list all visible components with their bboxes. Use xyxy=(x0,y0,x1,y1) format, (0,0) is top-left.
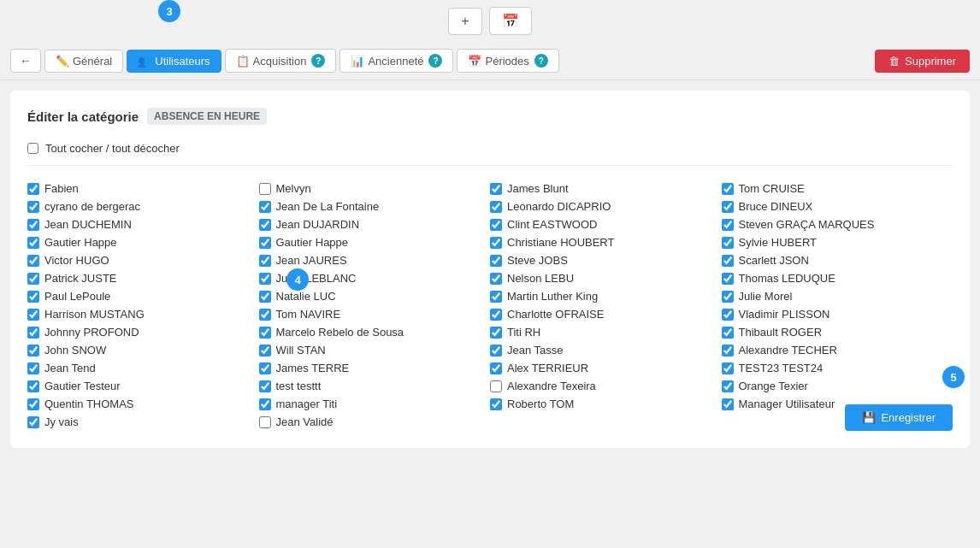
select-all-label[interactable]: Tout cocher / tout décocher xyxy=(45,142,180,155)
user-name-label[interactable]: Jean De La Fontaine xyxy=(276,200,380,213)
user-checkbox[interactable] xyxy=(490,237,502,249)
user-checkbox[interactable] xyxy=(722,309,734,321)
user-checkbox[interactable] xyxy=(27,327,39,339)
user-name-label[interactable]: Will STAN xyxy=(276,344,326,356)
user-name-label[interactable]: Scarlett JSON xyxy=(739,254,809,267)
user-name-label[interactable]: TEST23 TEST24 xyxy=(739,362,824,374)
user-name-label[interactable]: James TERRE xyxy=(276,362,350,374)
user-name-label[interactable]: Jy vais xyxy=(44,415,79,428)
user-name-label[interactable]: Marcelo Rebelo de Sousa xyxy=(276,326,404,339)
user-name-label[interactable]: Thomas LEDUQUE xyxy=(739,272,835,285)
user-name-label[interactable]: Jean DUCHEMIN xyxy=(44,218,132,231)
user-checkbox[interactable] xyxy=(27,183,39,195)
user-name-label[interactable]: James Blunt xyxy=(507,182,569,195)
user-checkbox[interactable] xyxy=(490,219,502,231)
user-checkbox[interactable] xyxy=(259,380,271,392)
user-name-label[interactable]: Victor HUGO xyxy=(44,254,109,267)
user-checkbox[interactable] xyxy=(259,219,271,231)
user-name-label[interactable]: Jean Tasse xyxy=(507,344,564,356)
user-checkbox[interactable] xyxy=(722,345,734,356)
user-name-label[interactable]: Melvyn xyxy=(276,182,311,195)
user-checkbox[interactable] xyxy=(490,327,502,339)
user-name-label[interactable]: Bruce DINEUX xyxy=(739,200,813,213)
tab-acquisition[interactable]: 📋 Acquisition ? xyxy=(225,49,337,73)
user-checkbox[interactable] xyxy=(490,273,502,285)
user-checkbox[interactable] xyxy=(490,201,502,213)
user-name-label[interactable]: Tom CRUISE xyxy=(739,182,805,195)
user-name-label[interactable]: Leonardo DICAPRIO xyxy=(507,200,611,213)
user-checkbox[interactable] xyxy=(722,362,734,374)
user-name-label[interactable]: Jean Validé xyxy=(276,415,334,428)
user-name-label[interactable]: Christiane HOUBERT xyxy=(507,236,614,249)
user-name-label[interactable]: John SNOW xyxy=(44,344,106,356)
user-name-label[interactable]: Gautier Testeur xyxy=(44,380,121,392)
user-checkbox[interactable] xyxy=(722,273,734,285)
user-checkbox[interactable] xyxy=(490,398,502,410)
user-checkbox[interactable] xyxy=(259,291,271,303)
user-name-label[interactable]: Manager Utilisateur xyxy=(739,398,835,410)
user-checkbox[interactable] xyxy=(722,237,734,249)
user-checkbox[interactable] xyxy=(259,201,271,213)
user-checkbox[interactable] xyxy=(27,416,39,428)
select-all-checkbox[interactable] xyxy=(27,143,38,154)
tab-general[interactable]: ✏️ Général xyxy=(44,50,123,73)
user-checkbox[interactable] xyxy=(27,201,39,213)
user-checkbox[interactable] xyxy=(490,291,502,303)
user-checkbox[interactable] xyxy=(27,219,39,231)
user-checkbox[interactable] xyxy=(722,201,734,213)
user-name-label[interactable]: Alexandre Texeira xyxy=(507,380,596,392)
user-name-label[interactable]: Martin Luther King xyxy=(507,290,598,303)
user-checkbox[interactable] xyxy=(722,380,734,392)
user-name-label[interactable]: Charlotte OFRAISE xyxy=(507,308,604,321)
save-button[interactable]: 💾 Enregistrer xyxy=(845,404,953,431)
user-checkbox[interactable] xyxy=(27,362,39,374)
tab-periodes[interactable]: 📅 Périodes ? xyxy=(457,49,558,73)
user-checkbox[interactable] xyxy=(27,291,39,303)
user-checkbox[interactable] xyxy=(27,255,39,267)
user-checkbox[interactable] xyxy=(490,345,502,356)
user-name-label[interactable]: Sylvie HUBERT xyxy=(739,236,818,249)
user-checkbox[interactable] xyxy=(722,255,734,267)
user-checkbox[interactable] xyxy=(722,398,734,410)
user-checkbox[interactable] xyxy=(259,398,271,410)
delete-button[interactable]: 🗑 Supprimer xyxy=(875,50,970,73)
user-name-label[interactable]: Jean Tend xyxy=(44,362,96,374)
user-checkbox[interactable] xyxy=(27,380,39,392)
user-name-label[interactable]: Natalie LUC xyxy=(276,290,336,303)
user-name-label[interactable]: Johnny PROFOND xyxy=(44,326,139,339)
user-name-label[interactable]: Jean JAURES xyxy=(276,254,347,267)
user-checkbox[interactable] xyxy=(722,327,734,339)
user-name-label[interactable]: cyrano de bergerac xyxy=(44,200,140,213)
calendar-button[interactable]: 📅 xyxy=(489,7,532,35)
user-checkbox[interactable] xyxy=(490,380,502,392)
user-checkbox[interactable] xyxy=(259,273,271,285)
user-checkbox[interactable] xyxy=(259,345,271,356)
user-checkbox[interactable] xyxy=(259,416,271,428)
user-name-label[interactable]: Tom NAVIRE xyxy=(276,308,341,321)
user-name-label[interactable]: Patrick JUSTE xyxy=(44,272,117,285)
user-name-label[interactable]: Clint EASTWOOD xyxy=(507,218,597,231)
user-name-label[interactable]: Titi RH xyxy=(507,326,540,339)
user-checkbox[interactable] xyxy=(27,398,39,410)
user-name-label[interactable]: Harrison MUSTANG xyxy=(44,308,145,321)
user-checkbox[interactable] xyxy=(259,327,271,339)
user-checkbox[interactable] xyxy=(259,237,271,249)
user-name-label[interactable]: Julie Morel xyxy=(739,290,793,303)
user-name-label[interactable]: Nelson LEBU xyxy=(507,272,574,285)
user-name-label[interactable]: Gautier Happe xyxy=(44,236,117,249)
user-checkbox[interactable] xyxy=(722,219,734,231)
user-checkbox[interactable] xyxy=(722,183,734,195)
user-checkbox[interactable] xyxy=(27,309,39,321)
user-name-label[interactable]: Alex TERRIEUR xyxy=(507,362,588,374)
user-name-label[interactable]: Orange Texier xyxy=(739,380,808,392)
user-checkbox[interactable] xyxy=(259,183,271,195)
add-button[interactable]: + xyxy=(448,8,481,35)
user-name-label[interactable]: Quentin THOMAS xyxy=(44,398,134,410)
back-button[interactable]: ← xyxy=(10,49,41,73)
user-checkbox[interactable] xyxy=(27,345,39,356)
user-name-label[interactable]: Alexandre TECHER xyxy=(739,344,837,356)
user-name-label[interactable]: Roberto TOM xyxy=(507,398,574,410)
user-checkbox[interactable] xyxy=(259,362,271,374)
user-checkbox[interactable] xyxy=(490,309,502,321)
user-name-label[interactable]: test testtt xyxy=(276,380,322,392)
